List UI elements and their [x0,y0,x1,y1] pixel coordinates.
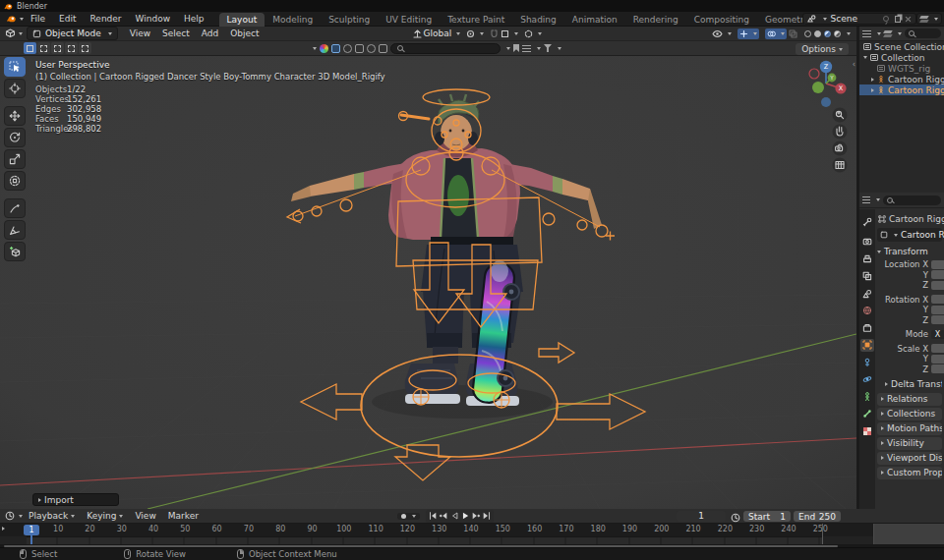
location-x-field[interactable] [931,260,944,269]
close-scene-icon[interactable] [905,16,912,23]
expand-icon[interactable] [871,78,874,82]
scene-name[interactable]: Scene [831,14,879,24]
current-frame-field[interactable]: 1 [677,511,726,522]
magnet-icon[interactable] [490,29,499,38]
expand-icon[interactable] [871,88,874,92]
add-cube-tool[interactable] [4,242,26,261]
tab-view-layer[interactable] [860,270,874,283]
filter-light-icon[interactable] [367,44,376,53]
jump-to-end-button[interactable] [482,511,492,522]
menu-help[interactable]: Help [177,14,211,24]
tab-modeling[interactable]: Modeling [265,13,321,27]
bookmark-icon[interactable] [513,44,519,52]
tab-texture-paint[interactable]: Texture Paint [440,13,512,27]
outliner-row-scene-collection[interactable]: Scene Collection [859,41,944,52]
display-mode-caret[interactable] [537,47,541,50]
filter-dropdown-caret[interactable] [313,47,317,50]
play-reverse-button[interactable] [449,511,459,522]
menu-render[interactable]: Render [84,14,129,24]
options-button[interactable]: Options [796,43,849,55]
visibility-dropdown[interactable] [712,29,732,38]
tab-world[interactable] [860,305,874,317]
snap-caret[interactable] [514,32,518,35]
tab-animation[interactable]: Animation [564,13,625,27]
menu-add[interactable]: Add [196,28,224,38]
tab-tool[interactable] [860,215,874,228]
tab-layout[interactable]: Layout [219,13,266,27]
editor-type-caret[interactable] [19,32,23,35]
rotation-x-field[interactable] [931,295,944,304]
camera-view-button[interactable] [833,141,848,156]
tab-collection[interactable] [860,321,874,334]
next-keyframe-button[interactable] [471,511,481,522]
select-mode-invert-button[interactable] [65,42,78,54]
outliner-display-mode-icon[interactable] [862,30,871,37]
pivot-dropdown[interactable] [466,29,484,38]
measure-tool[interactable] [4,220,26,240]
orientation-dropdown[interactable]: Global [413,28,461,38]
location-y-field[interactable] [931,270,944,279]
filter-world-icon[interactable] [343,44,352,53]
menu-file[interactable]: File [24,14,52,24]
sidebar-collapse-icon[interactable]: ‹ [853,60,856,69]
tab-render[interactable] [860,236,874,249]
view-layer-selector[interactable] [916,13,942,25]
timeline-region-expand-icon[interactable] [2,527,5,531]
properties-editor-caret[interactable] [876,198,880,201]
outliner-library-icon[interactable] [884,30,892,37]
gizmos-toggle[interactable] [738,28,759,39]
display-mode-icon[interactable] [522,45,531,52]
rotation-z-field[interactable] [931,315,944,324]
tab-object[interactable] [860,339,874,352]
panel-custom-properties[interactable]: Custom Properties [877,467,942,479]
play-button[interactable] [460,511,470,522]
tab-physics[interactable] [860,373,874,386]
timeline-ruler[interactable]: 10 20 30 40 50 60 70 80 90 100 110 120 1… [0,524,944,536]
transform-tool[interactable] [4,171,26,191]
tab-scene[interactable] [860,287,874,300]
scale-z-field[interactable] [931,364,944,373]
new-scene-icon[interactable] [895,16,901,23]
colorwheel-icon[interactable] [320,44,328,53]
tab-output[interactable] [860,252,874,265]
tab-compositing[interactable]: Compositing [686,13,757,27]
properties-search-input[interactable] [883,196,941,205]
filter-funnel-icon[interactable] [544,44,552,52]
pin-icon[interactable] [883,16,889,22]
tab-shading[interactable]: Shading [512,13,564,27]
scale-y-field[interactable] [931,355,944,364]
tab-uv-editing[interactable]: UV Editing [378,13,440,27]
snap-controls[interactable] [490,29,518,38]
scale-x-field[interactable] [931,344,944,353]
menu-keying[interactable]: Keying [81,511,129,521]
sort-caret[interactable] [506,47,510,50]
shading-rendered-button[interactable] [834,30,841,37]
shading-wireframe-button[interactable] [804,30,811,37]
collapse-icon[interactable] [863,56,867,59]
menu-window[interactable]: Window [129,14,178,24]
menu-view[interactable]: View [124,28,156,38]
rotate-tool[interactable] [4,128,26,147]
panel-relations[interactable]: Relations [877,393,942,406]
menu-marker[interactable]: Marker [162,511,205,521]
outliner-row-wgts-rig[interactable]: WGTS_rig [859,63,944,74]
filter-object-icon[interactable] [331,44,340,53]
timeline-track-area[interactable] [0,536,944,544]
xray-toggle-icon[interactable] [787,28,798,39]
outliner-library-caret[interactable] [898,32,902,35]
object-selector-caret[interactable] [894,234,898,237]
tab-sculpting[interactable]: Sculpting [321,13,378,27]
filter-camera-icon[interactable] [379,44,387,53]
tab-rendering[interactable]: Rendering [625,13,686,27]
transform-panel-header[interactable]: Transform [875,244,944,259]
shading-solid-button[interactable] [814,30,821,37]
filter-armature-icon[interactable] [355,44,364,53]
rotation-mode-dropdown[interactable]: X [931,330,944,339]
properties-editor-icon[interactable] [862,196,870,203]
outliner-display-mode-caret[interactable] [877,32,881,35]
select-mode-extend-button[interactable] [37,42,50,54]
auto-keying-button[interactable] [397,513,420,520]
select-mode-subtract-button[interactable] [51,42,64,54]
select-box-tool[interactable] [4,57,26,77]
import-operator-panel[interactable]: Import [32,493,119,506]
